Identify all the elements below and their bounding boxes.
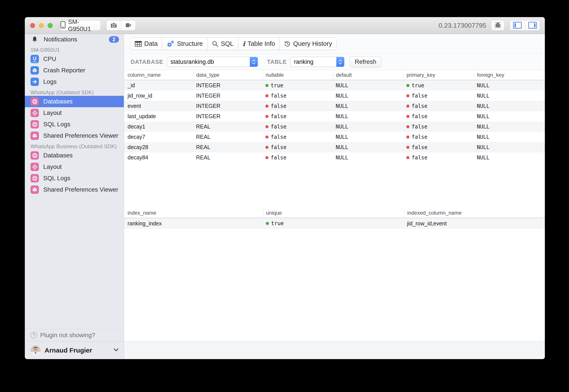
table-row-decay84[interactable]: decay84REALfalseNULLfalseNULL xyxy=(124,152,545,163)
cube-icon xyxy=(30,132,39,140)
false-dot-icon xyxy=(406,94,409,97)
toggle-right-panel-button[interactable] xyxy=(525,20,540,30)
sidebar-item-notifications[interactable]: Notifications 2 xyxy=(25,34,124,45)
tab-label: Structure xyxy=(177,40,203,47)
bug-report-button[interactable] xyxy=(491,20,505,31)
table-row-decay7[interactable]: decay7REALfalseNULLfalseNULL xyxy=(124,132,545,142)
sidebar-item-sql-logs[interactable]: SQL Logs xyxy=(25,172,124,184)
table-gap xyxy=(124,163,545,208)
false-dot-icon xyxy=(265,136,269,139)
sidebar-item-crash-reporter[interactable]: Crash Reporter xyxy=(25,65,124,76)
toggle-left-panel-button[interactable] xyxy=(510,20,525,30)
table-row-ranking-index[interactable]: ranking_indextruejid_row_id,event xyxy=(124,218,545,229)
search-icon xyxy=(212,41,218,47)
close-button[interactable] xyxy=(30,23,35,28)
table-cell-column-name: event xyxy=(124,101,193,111)
cpu-icon: U xyxy=(30,55,39,63)
table-cell-foreign-key: NULL xyxy=(474,122,545,132)
table-select[interactable]: ranking xyxy=(290,57,344,67)
table-row-decay28[interactable]: decay28REALfalseNULLfalseNULL xyxy=(124,142,545,152)
false-dot-icon xyxy=(265,105,269,108)
database-select[interactable]: statusranking.db xyxy=(167,57,258,67)
zoom-button[interactable] xyxy=(48,23,53,28)
sidebar-item-databases[interactable]: Databases xyxy=(25,96,124,107)
user-account-row[interactable]: Arnaud Frugier xyxy=(25,341,124,359)
sidebar-item-logs[interactable]: Logs xyxy=(25,76,124,87)
tab-sql[interactable]: SQL xyxy=(207,38,238,50)
database-label: DATABASE xyxy=(131,58,163,65)
video-icon xyxy=(125,22,132,29)
panel-right-icon xyxy=(528,21,537,30)
table-cell-indexed-column-name: jid_row_id,event xyxy=(404,218,545,229)
table-cell-default: NULL xyxy=(333,111,404,122)
question-icon: ? xyxy=(30,332,37,338)
table-cell-data-type: INTEGER xyxy=(193,111,263,122)
column-header-unique: unique xyxy=(263,208,404,218)
sidebar-section-label: SM-G950U1 xyxy=(25,47,124,53)
screen-record-button[interactable] xyxy=(121,20,135,30)
sidebar-item-layout[interactable]: Layout xyxy=(25,107,124,119)
view-tabbar: DataStructureSQLiTable InfoQuery History xyxy=(124,34,545,54)
tab-query-history[interactable]: Query History xyxy=(279,38,337,50)
main-footer xyxy=(124,341,545,359)
table-cell-nullable: false xyxy=(263,101,333,111)
table-row-event[interactable]: eventINTEGERfalseNULLfalseNULL xyxy=(124,101,545,111)
screen: SM-G950U1 0.23.173007795 xyxy=(0,0,569,392)
false-dot-icon xyxy=(406,105,409,108)
sidebar-item-databases[interactable]: Databases xyxy=(25,150,124,161)
info-icon: i xyxy=(242,41,245,47)
table-header-row: column_namedata_typenullabledefaultprima… xyxy=(124,70,545,80)
sidebar-item-label: SQL Logs xyxy=(43,175,70,182)
tab-table-info[interactable]: iTable Info xyxy=(238,38,280,50)
table-cell-column-name: decay84 xyxy=(124,152,193,163)
sidebar-item-layout[interactable]: Layout xyxy=(25,161,124,172)
table-row-id[interactable]: _idINTEGERtrueNULLtrueNULL xyxy=(124,80,545,91)
sidebar-item-shared-preferences-viewer[interactable]: Shared Preferences Viewer xyxy=(25,184,124,195)
table-cell-primary-key: false xyxy=(404,91,474,101)
plugin-help-label: Plugin not showing? xyxy=(40,332,95,339)
sidebar-item-shared-preferences-viewer[interactable]: Shared Preferences Viewer xyxy=(25,130,124,141)
table-cell-foreign-key: NULL xyxy=(474,80,545,91)
flipper-window: SM-G950U1 0.23.173007795 xyxy=(25,17,545,359)
sidebar-item-label: Shared Preferences Viewer xyxy=(43,186,118,193)
column-header-data-type: data_type xyxy=(193,70,263,80)
column-header-primary-key: primary_key xyxy=(404,70,474,80)
screenshot-button[interactable] xyxy=(106,20,121,30)
tab-structure[interactable]: Structure xyxy=(162,38,208,50)
sidebar-item-sql-logs[interactable]: SQL Logs xyxy=(25,119,124,130)
false-dot-icon xyxy=(265,115,269,118)
table-header-row: index_nameuniqueindexed_column_name xyxy=(124,208,545,218)
table-select-value: ranking xyxy=(290,57,336,67)
notifications-badge: 2 xyxy=(109,36,119,43)
table-cell-primary-key: false xyxy=(404,122,474,132)
table-cell-primary-key: false xyxy=(404,111,474,122)
select-stepper-icon xyxy=(250,57,258,67)
sidebar: Notifications 2 SM-G950U1UCPUCrash Repor… xyxy=(25,34,124,359)
table-cell-column-name: decay7 xyxy=(124,132,193,142)
table-row-jid-row-id[interactable]: jid_row_idINTEGERfalseNULLfalseNULL xyxy=(124,91,545,101)
device-name: SM-G950U1 xyxy=(68,18,101,32)
device-selector-button[interactable]: SM-G950U1 xyxy=(60,20,101,31)
table-cell-nullable: false xyxy=(263,111,333,122)
table-row-decay1[interactable]: decay1REALfalseNULLfalseNULL xyxy=(124,122,545,132)
refresh-button[interactable]: Refresh xyxy=(350,56,381,67)
tab-label: SQL xyxy=(221,40,234,47)
table-cell-data-type: INTEGER xyxy=(193,80,263,91)
plugin-help-link[interactable]: ? Plugin not showing? xyxy=(25,329,124,341)
target-icon xyxy=(30,163,39,171)
tab-data[interactable]: Data xyxy=(130,38,162,50)
sidebar-item-label: Crash Reporter xyxy=(43,67,85,74)
table-row-last-update[interactable]: last_updateINTEGERfalseNULLfalseNULL xyxy=(124,111,545,122)
chevron-down-icon xyxy=(114,348,119,352)
minimize-button[interactable] xyxy=(39,23,44,28)
false-dot-icon xyxy=(406,136,409,139)
bell-icon xyxy=(30,35,39,44)
sidebar-item-cpu[interactable]: UCPU xyxy=(25,53,124,65)
false-dot-icon xyxy=(406,156,409,159)
true-dot-icon xyxy=(406,84,409,87)
titlebar: SM-G950U1 0.23.173007795 xyxy=(25,17,545,34)
table-cell-nullable: false xyxy=(263,91,333,101)
sidebar-item-label: Layout xyxy=(43,163,62,170)
table-cell-data-type: INTEGER xyxy=(193,91,263,101)
table-cell-nullable: false xyxy=(263,142,333,152)
